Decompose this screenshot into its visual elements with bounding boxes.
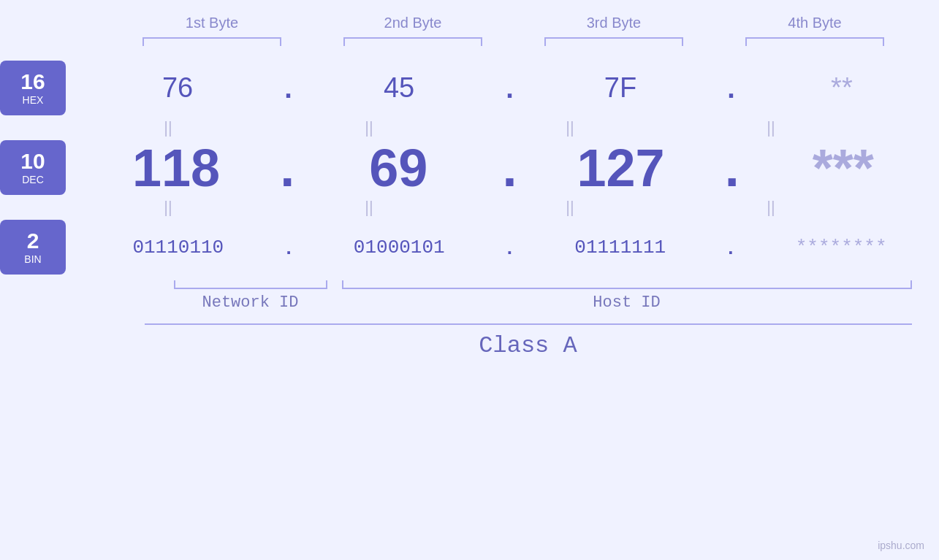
- dec-dot-1: .: [280, 142, 294, 194]
- dec-byte-1: 118: [96, 142, 256, 194]
- bin-row: 2 BIN 01110110 . 01000101 . 01111111 . *…: [0, 220, 939, 275]
- bracket-labels: Network ID Host ID: [108, 294, 912, 312]
- top-bracket-1: [142, 37, 281, 46]
- bin-byte-3: 01111111: [540, 237, 701, 258]
- bin-dot-1: .: [286, 238, 291, 257]
- bin-byte-1: 01110110: [98, 237, 259, 258]
- dec-badge: 10 DEC: [0, 140, 66, 195]
- dec-dot-3: .: [725, 142, 740, 194]
- class-label: Class A: [479, 332, 577, 359]
- class-label-row: Class A: [145, 332, 912, 359]
- watermark: ipshu.com: [878, 540, 924, 551]
- hex-values: 76 . 45 . 7F . **: [80, 72, 939, 104]
- byte-header-3: 3rd Byte: [533, 15, 694, 31]
- hex-byte-1: 76: [97, 72, 258, 104]
- dec-row: 10 DEC 118 . 69 . 127 . ***: [0, 140, 939, 195]
- equals-row-1: || || || ||: [68, 118, 872, 137]
- class-line-container: [145, 323, 912, 325]
- dec-badge-label: DEC: [22, 174, 44, 185]
- hex-byte-4: **: [761, 72, 922, 104]
- main-container: 1st Byte 2nd Byte 3rd Byte 4th Byte 16 H…: [0, 0, 939, 560]
- hex-dot-1: .: [284, 74, 292, 102]
- dec-byte-3: 127: [541, 142, 702, 194]
- byte-header-1: 1st Byte: [132, 15, 292, 31]
- hex-badge-number: 16: [20, 71, 45, 93]
- byte-header-4: 4th Byte: [734, 15, 895, 31]
- bin-dot-2: .: [507, 238, 512, 257]
- bin-values: 01110110 . 01000101 . 01111111 . *******…: [80, 237, 939, 258]
- eq2-1: ||: [88, 198, 248, 217]
- hex-dot-2: .: [506, 74, 514, 102]
- hex-badge: 16 HEX: [0, 61, 66, 115]
- eq1-2: ||: [289, 118, 449, 137]
- dec-byte-4: ***: [763, 142, 924, 194]
- equals-row-2: || || || ||: [68, 198, 872, 217]
- dec-dot-2: .: [502, 142, 517, 194]
- dec-byte-2: 69: [318, 142, 479, 194]
- top-bracket-3: [544, 37, 683, 46]
- hex-badge-label: HEX: [23, 94, 44, 106]
- dec-values: 118 . 69 . 127 . ***: [80, 142, 939, 194]
- bin-badge-label: BIN: [24, 253, 41, 265]
- host-bracket: [342, 280, 912, 289]
- hex-row: 16 HEX 76 . 45 . 7F . **: [0, 61, 939, 115]
- class-line: [145, 323, 912, 325]
- byte-header-2: 2nd Byte: [332, 15, 493, 31]
- network-id-label: Network ID: [174, 294, 327, 312]
- eq1-3: ||: [490, 118, 650, 137]
- bin-byte-4: ********: [761, 237, 921, 258]
- hex-byte-3: 7F: [540, 72, 701, 104]
- hex-dot-3: .: [727, 74, 735, 102]
- host-id-label: Host ID: [342, 294, 912, 312]
- top-brackets: [112, 37, 916, 46]
- dec-badge-number: 10: [20, 150, 45, 172]
- eq2-3: ||: [490, 198, 650, 217]
- bottom-brackets-container: [108, 280, 912, 289]
- eq2-4: ||: [691, 198, 851, 217]
- eq1-4: ||: [691, 118, 851, 137]
- bin-dot-3: .: [728, 238, 733, 257]
- bin-byte-2: 01000101: [319, 237, 479, 258]
- bin-badge-number: 2: [27, 230, 39, 252]
- bracket-spacer: [108, 280, 174, 289]
- bin-badge: 2 BIN: [0, 220, 66, 275]
- hex-byte-2: 45: [319, 72, 479, 104]
- top-bracket-2: [343, 37, 482, 46]
- network-bracket: [174, 280, 327, 289]
- eq1-1: ||: [88, 118, 248, 137]
- byte-headers: 1st Byte 2nd Byte 3rd Byte 4th Byte: [112, 15, 916, 31]
- eq2-2: ||: [289, 198, 449, 217]
- top-bracket-4: [745, 37, 884, 46]
